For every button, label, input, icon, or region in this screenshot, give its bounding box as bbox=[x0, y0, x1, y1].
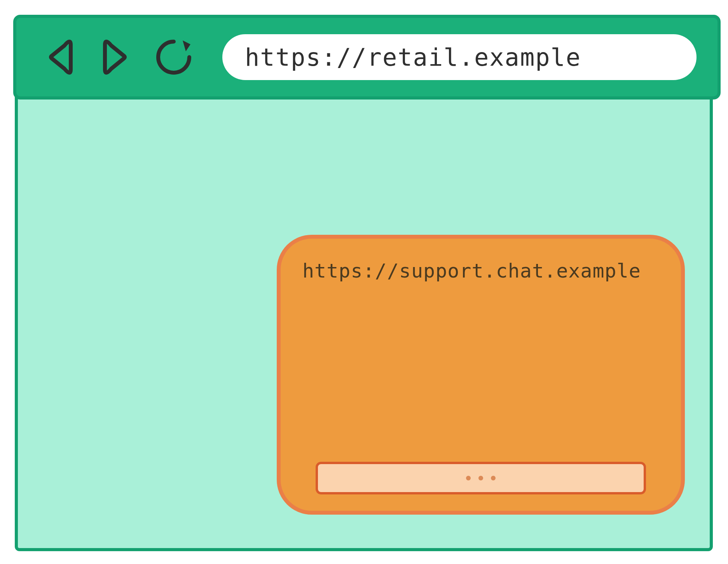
forward-icon bbox=[101, 38, 129, 77]
typing-dot-icon bbox=[466, 476, 471, 480]
nav-button-group bbox=[44, 36, 195, 79]
back-icon bbox=[47, 38, 75, 77]
typing-dot-icon bbox=[478, 476, 483, 480]
refresh-icon bbox=[152, 36, 195, 79]
chat-input[interactable] bbox=[316, 462, 646, 494]
forward-button[interactable] bbox=[98, 36, 132, 79]
browser-toolbar: https://retail.example bbox=[13, 15, 721, 100]
back-button[interactable] bbox=[44, 36, 78, 79]
browser-window: https://retail.example https://support.c… bbox=[15, 15, 713, 551]
address-bar-text: https://retail.example bbox=[245, 43, 581, 72]
page-content-area: https://support.chat.example bbox=[18, 100, 710, 548]
typing-dot-icon bbox=[491, 476, 496, 480]
address-bar[interactable]: https://retail.example bbox=[222, 34, 697, 80]
refresh-button[interactable] bbox=[152, 36, 195, 79]
chat-widget-origin-label: https://support.chat.example bbox=[302, 260, 659, 282]
chat-widget-frame: https://support.chat.example bbox=[277, 235, 685, 515]
